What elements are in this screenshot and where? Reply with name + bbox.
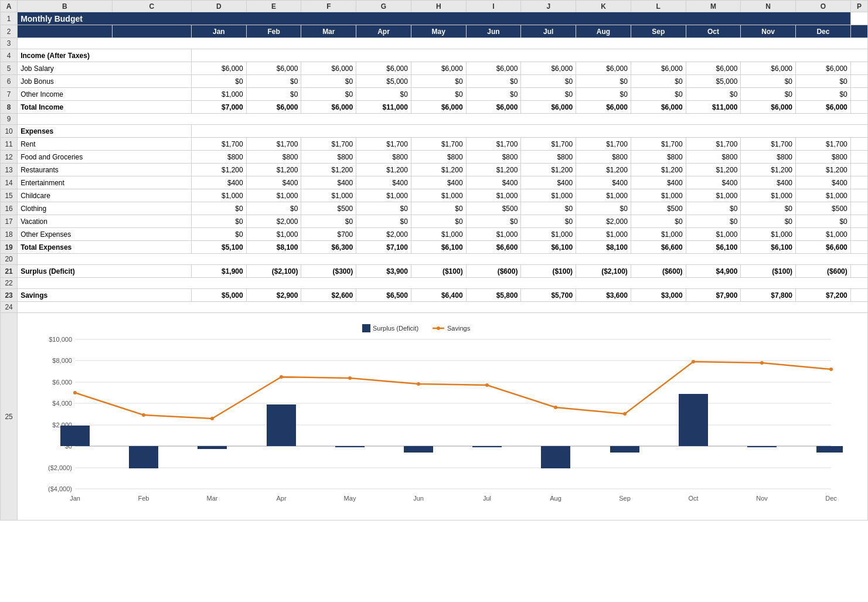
- svg-point-19: [210, 417, 214, 420]
- job-salary-sep: $6,000: [631, 62, 686, 75]
- bar-sep-surplus: [610, 446, 639, 453]
- row-7: 7 Other Income $1,000 $0 $0 $0 $0 $0 $0 …: [1, 88, 868, 101]
- bar-aug-surplus: [541, 446, 570, 468]
- bar-jun-surplus: [404, 446, 433, 453]
- row-2: 2 Jan Feb Mar Apr May Jun Jul Aug Sep Oc…: [1, 25, 868, 38]
- bar-nov-surplus: [747, 446, 777, 447]
- budget-table: A B C D E F G H I J K L M N O P 1 Monthl…: [0, 0, 868, 521]
- title-cell: Monthly Budget: [18, 12, 851, 25]
- job-salary-nov: $6,000: [741, 62, 796, 75]
- month-sep: Sep: [631, 25, 686, 38]
- col-m-header: M: [686, 1, 741, 12]
- job-salary-apr: $6,000: [356, 62, 411, 75]
- job-salary-jul: $6,000: [521, 62, 576, 75]
- row-10: 10 Expenses: [1, 125, 868, 138]
- total-expenses-label: Total Expenses: [18, 241, 192, 254]
- chart-row: 25 $1: [1, 313, 868, 521]
- svg-text:Dec: Dec: [825, 495, 837, 502]
- col-c-header: C: [112, 1, 191, 12]
- svg-text:Oct: Oct: [689, 495, 699, 502]
- row-16: 16 Clothing $0 $0 $500 $0 $0 $500 $0 $0 …: [1, 202, 868, 215]
- total-income-label: Total Income: [18, 101, 192, 114]
- row-4: 4 Income (After Taxes): [1, 49, 868, 62]
- col-o-header: O: [796, 1, 851, 12]
- budget-chart: $10,000 $8,000 $6,000 $4,000 $2,000: [34, 316, 843, 515]
- svg-text:Mar: Mar: [207, 495, 218, 502]
- svg-text:Nov: Nov: [756, 495, 768, 502]
- job-salary-oct: $6,000: [686, 62, 741, 75]
- bar-dec-surplus: [816, 446, 843, 453]
- col-k-header: K: [576, 1, 631, 12]
- svg-text:Jun: Jun: [413, 495, 424, 502]
- svg-point-21: [348, 376, 352, 380]
- legend-surplus-text: Surplus (Deficit): [373, 325, 418, 332]
- svg-point-20: [280, 375, 283, 379]
- svg-point-41: [437, 326, 440, 330]
- row-num-1: 1: [1, 12, 18, 25]
- month-oct: Oct: [686, 25, 741, 38]
- chart-area: $10,000 $8,000 $6,000 $4,000 $2,000: [34, 316, 851, 517]
- row-18: 18 Other Expenses $0 $1,000 $700 $2,000 …: [1, 228, 868, 241]
- month-jul: Jul: [521, 25, 576, 38]
- month-dec: Dec: [796, 25, 851, 38]
- col-e-header: E: [246, 1, 301, 12]
- row-20: 20: [1, 254, 868, 265]
- col-g-header: G: [356, 1, 411, 12]
- month-aug: Aug: [576, 25, 631, 38]
- job-salary-may: $6,000: [411, 62, 466, 75]
- row-22: 22: [1, 278, 868, 289]
- col-n-header: N: [741, 1, 796, 12]
- job-salary-mar: $6,000: [301, 62, 356, 75]
- svg-point-22: [417, 382, 420, 386]
- svg-point-25: [623, 412, 627, 416]
- bar-jan-surplus: [60, 426, 90, 446]
- job-salary-jun: $6,000: [466, 62, 521, 75]
- svg-point-18: [142, 413, 145, 417]
- row-19: 19 Total Expenses $5,100 $8,100 $6,300 $…: [1, 241, 868, 254]
- month-nov: Nov: [741, 25, 796, 38]
- month-feb: Feb: [246, 25, 301, 38]
- col-i-header: I: [466, 1, 521, 12]
- row-num-2: 2: [1, 25, 18, 38]
- job-bonus-label: Job Bonus: [18, 75, 192, 88]
- svg-text:Sep: Sep: [619, 495, 631, 502]
- row-12: 12 Food and Groceries $800 $800 $800 $80…: [1, 151, 868, 164]
- svg-point-17: [73, 391, 77, 394]
- row-15: 15 Childcare $1,000 $1,000 $1,000 $1,000…: [1, 189, 868, 202]
- row-14: 14 Entertainment $400 $400 $400 $400 $40…: [1, 176, 868, 189]
- svg-text:($4,000): ($4,000): [48, 485, 72, 492]
- row1-o: [850, 12, 867, 25]
- svg-text:May: May: [344, 495, 356, 502]
- row-13: 13 Restaurants $1,200 $1,200 $1,200 $1,2…: [1, 164, 868, 176]
- svg-text:Jul: Jul: [483, 495, 491, 502]
- col-j-header: J: [521, 1, 576, 12]
- expenses-header: Expenses: [18, 125, 192, 138]
- month-jan: Jan: [191, 25, 246, 38]
- col-l-header: L: [631, 1, 686, 12]
- col-p-header: P: [850, 1, 867, 12]
- row-6: 6 Job Bonus $0 $0 $0 $5,000 $0 $0 $0 $0 …: [1, 75, 868, 88]
- row-8: 8 Total Income $7,000 $6,000 $6,000 $11,…: [1, 101, 868, 114]
- svg-text:Aug: Aug: [550, 495, 561, 502]
- svg-text:Apr: Apr: [277, 495, 287, 502]
- job-salary-feb: $6,000: [246, 62, 301, 75]
- row-23: 23 Savings $5,000 $2,900 $2,600 $6,500 $…: [1, 289, 868, 302]
- row-9: 9: [1, 114, 868, 125]
- bar-jul-surplus: [472, 446, 502, 447]
- month-jun: Jun: [466, 25, 521, 38]
- savings-label: Savings: [18, 289, 192, 302]
- col-h-header: H: [411, 1, 466, 12]
- row-5: 5 Job Salary $6,000 $6,000 $6,000 $6,000…: [1, 62, 868, 75]
- job-salary-aug: $6,000: [576, 62, 631, 75]
- row-24: 24: [1, 302, 868, 313]
- row-11: 11 Rent $1,700 $1,700 $1,700 $1,700 $1,7…: [1, 138, 868, 151]
- legend-surplus-box: [362, 324, 370, 332]
- other-income-label: Other Income: [18, 88, 192, 101]
- row-17: 17 Vacation $0 $2,000 $0 $0 $0 $0 $0 $2,…: [1, 215, 868, 228]
- svg-text:$6,000: $6,000: [53, 379, 73, 386]
- svg-text:$4,000: $4,000: [53, 400, 73, 407]
- surplus-label: Surplus (Deficit): [18, 265, 192, 278]
- svg-text:Feb: Feb: [138, 495, 149, 502]
- col-f-header: F: [301, 1, 356, 12]
- bar-mar-surplus: [198, 446, 227, 449]
